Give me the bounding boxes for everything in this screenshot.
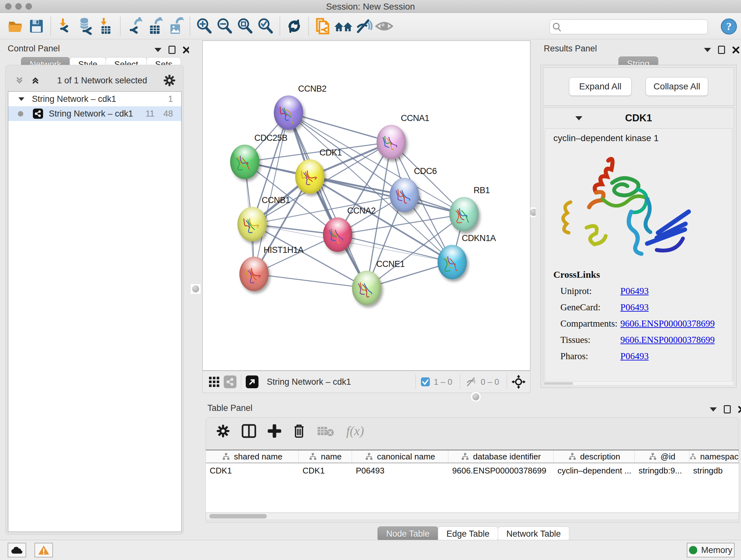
column-header-name[interactable]: name (299, 450, 352, 462)
tab-network-table[interactable]: Network Table (498, 526, 569, 541)
hidden-eye-icon[interactable] (465, 376, 477, 387)
column-header--id[interactable]: @id (635, 450, 689, 462)
gene-entry: CDK1 cyclin–dependent kinase 1 (543, 108, 734, 383)
control-panel-menu-icon[interactable] (154, 48, 161, 52)
memory-button[interactable]: Memory (687, 543, 735, 557)
zoom-selected-icon[interactable] (255, 16, 276, 37)
collapse-all-chevron-icon[interactable] (30, 75, 41, 86)
column-header-namespac[interactable]: namespac (689, 450, 739, 462)
table-cell[interactable]: cyclin–dependent ... (554, 463, 635, 478)
export-image-icon[interactable] (165, 16, 186, 37)
delete-column-trash-icon[interactable] (293, 424, 306, 438)
table-cell[interactable]: stringdb:9... (635, 463, 689, 478)
node-CCNE1[interactable] (352, 271, 381, 305)
tab-edge-table[interactable]: Edge Table (438, 526, 498, 541)
node-CCNB1[interactable] (238, 207, 267, 241)
node-HIST1H1A[interactable] (239, 257, 269, 291)
results-panel-menu-icon[interactable] (704, 48, 711, 52)
network-options-gear-icon[interactable] (163, 74, 176, 87)
node-CDC6[interactable] (390, 178, 419, 212)
crosslink-link[interactable]: 9606.ENSP00000378699 (620, 318, 715, 329)
table-panel-close-icon[interactable] (738, 406, 741, 413)
results-scrollbar[interactable] (543, 381, 734, 386)
column-header-database-identifier[interactable]: database identifier (448, 450, 554, 462)
column-header-canonical-name[interactable]: canonical name (352, 450, 448, 462)
show-hidden-eye-icon (374, 16, 394, 37)
show-all-houses-icon[interactable] (333, 16, 354, 37)
node-CDC25B[interactable] (230, 145, 259, 179)
collection-expand-icon[interactable] (18, 97, 24, 101)
node-label-HIST1H1A: HIST1H1A (264, 245, 304, 255)
column-header-description[interactable]: description (554, 450, 635, 462)
control-panel: Control Panel NetworkStyleSelectSets 1 o… (0, 39, 189, 540)
network-canvas[interactable]: CCNB2CCNA1CDC25BCDK1CDC6RB1CCNB1CCNA2CDK… (202, 41, 530, 371)
gene-symbol: CDK1 (543, 112, 734, 124)
results-panel-float-icon[interactable] (718, 46, 725, 54)
hide-selected-eye-icon[interactable] (354, 16, 374, 37)
edge-CCNB2-CCNE1[interactable] (288, 113, 367, 288)
network-collection-row[interactable]: String Network – cdk1 1 (8, 91, 181, 106)
node-CCNB2[interactable] (274, 96, 303, 130)
import-network-from-database-icon[interactable] (75, 16, 96, 37)
crosslink-link[interactable]: 9606.ENSP00000378699 (620, 334, 715, 345)
collapse-all-button[interactable]: Collapse All (646, 77, 708, 96)
edge-CCNB2-CCNA1[interactable] (288, 113, 391, 142)
birdseye-grid-icon[interactable] (208, 375, 220, 388)
table-panel-menu-icon[interactable] (710, 408, 717, 412)
table-cell[interactable]: CDK1 (206, 463, 299, 478)
left-splitter[interactable] (189, 39, 202, 540)
import-network-from-file-icon[interactable] (55, 16, 75, 37)
expand-all-button[interactable]: Expand All (569, 77, 631, 96)
export-network-icon[interactable] (125, 16, 145, 37)
pan-crosshair-icon[interactable] (512, 375, 526, 389)
node-CDK1[interactable] (295, 159, 325, 194)
node-label-CCNE1: CCNE1 (376, 259, 405, 269)
zoom-fit-icon[interactable] (235, 16, 255, 37)
table-row[interactable]: CDK1CDK1P064939606.ENSP00000378699cyclin… (206, 463, 739, 478)
control-panel-float-icon[interactable] (169, 46, 176, 54)
node-structure-glyph (327, 226, 348, 246)
selected-checkbox-icon[interactable] (420, 377, 430, 387)
open-in-new-window-icon[interactable] (246, 375, 259, 388)
table-cell[interactable]: 9606.ENSP00000378699 (448, 463, 554, 478)
cloud-button[interactable] (8, 543, 26, 557)
import-table-from-file-icon[interactable] (96, 16, 116, 37)
create-column-plus-icon[interactable] (268, 424, 281, 438)
table-panel-float-icon[interactable] (724, 405, 731, 414)
table-hscrollbar[interactable] (206, 513, 739, 520)
crosslink-link[interactable]: P06493 (620, 302, 649, 313)
first-neighbors-icon[interactable] (313, 16, 333, 37)
export-table-icon[interactable] (145, 16, 165, 37)
search-input[interactable] (564, 20, 708, 33)
node-structure-glyph (394, 186, 415, 206)
delete-table-icon (317, 425, 335, 437)
edge-HIST1H1A-CCNE1[interactable] (254, 274, 367, 288)
show-columns-icon[interactable] (242, 424, 256, 438)
open-session-icon[interactable] (6, 16, 26, 37)
help-icon[interactable]: ? (721, 18, 737, 35)
table-cell[interactable]: CDK1 (299, 463, 352, 478)
warnings-button[interactable] (35, 543, 53, 557)
node-RB1[interactable] (449, 197, 479, 232)
column-header-shared-name[interactable]: shared name (206, 450, 299, 462)
zoom-out-icon[interactable] (214, 16, 235, 37)
node-CCNA2[interactable] (323, 217, 352, 252)
node-CCNA1[interactable] (377, 125, 406, 159)
network-row[interactable]: String Network – cdk1 11 48 (8, 106, 181, 121)
results-panel-close-icon[interactable] (732, 46, 740, 54)
tab-node-table[interactable]: Node Table (378, 526, 438, 541)
expand-all-chevron-icon[interactable] (14, 75, 25, 86)
node-label-CCNA1: CCNA1 (401, 113, 429, 123)
refresh-icon[interactable] (284, 16, 305, 37)
crosslink-link[interactable]: P06493 (620, 351, 649, 361)
crosslink-row: GeneCard:P06493 (553, 302, 715, 313)
window-title: Session: New Session (0, 2, 741, 12)
save-session-icon[interactable] (26, 16, 47, 37)
node-CDKN1A[interactable] (437, 245, 467, 279)
crosslink-link[interactable]: P06493 (620, 286, 649, 296)
table-gear-icon[interactable] (216, 424, 230, 438)
table-cell[interactable]: P06493 (352, 463, 448, 478)
zoom-in-icon[interactable] (194, 16, 214, 37)
main-toolbar: ? (0, 13, 741, 39)
table-cell[interactable]: stringdb (689, 463, 739, 478)
